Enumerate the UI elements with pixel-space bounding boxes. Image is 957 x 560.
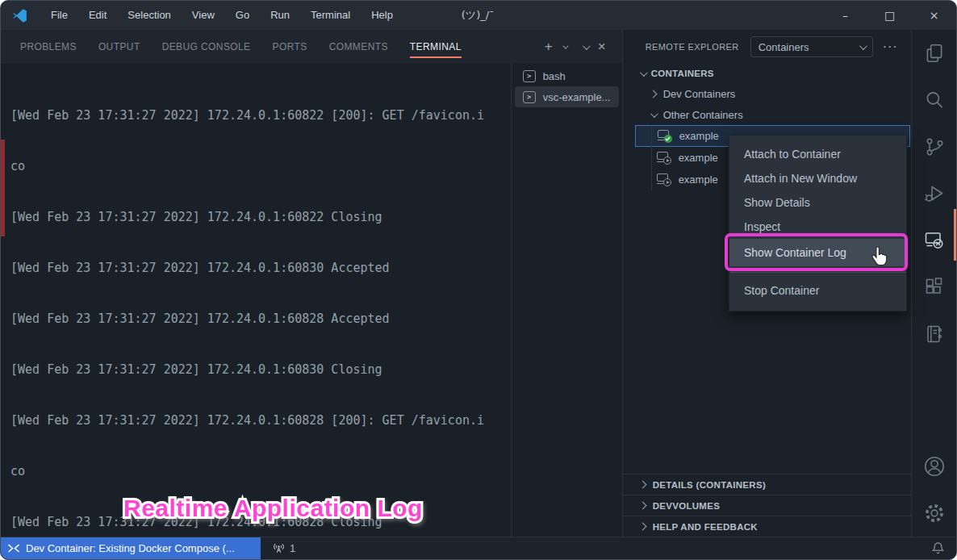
terminal-icon: >: [523, 70, 536, 82]
source-control-icon[interactable]: [912, 123, 957, 170]
menu-item-attach-in-new-window[interactable]: Attach in New Window: [729, 166, 906, 190]
menu-terminal[interactable]: Terminal: [300, 1, 361, 30]
remote-label: Dev Container: Existing Docker Compose (…: [26, 542, 235, 554]
chevron-right-icon: [649, 90, 657, 98]
menu-edit[interactable]: Edit: [78, 1, 117, 30]
terminal-line: [Wed Feb 23 17:31:27 2022] 172.24.0.1:60…: [10, 311, 511, 328]
vscode-logo-icon: [12, 8, 27, 23]
terminal-log: [Wed Feb 23 17:31:27 2022] 172.24.0.1:60…: [1, 64, 511, 537]
panel-collapse-chevron-icon[interactable]: [578, 44, 593, 50]
new-terminal-dropdown-chevron-icon[interactable]: [558, 45, 571, 49]
menu-help[interactable]: Help: [361, 1, 403, 30]
maximize-button[interactable]: □: [867, 1, 912, 30]
terminal-icon: >: [523, 91, 536, 103]
explorer-icon[interactable]: [912, 30, 957, 77]
tab-output[interactable]: OUTPUT: [98, 30, 140, 64]
panel-tab-bar: PROBLEMS OUTPUT DEBUG CONSOLE PORTS COMM…: [1, 30, 622, 64]
remote-explorer-icon[interactable]: [912, 217, 957, 264]
menu-run[interactable]: Run: [260, 1, 300, 30]
container-context-menu: Attach to Container Attach in New Window…: [729, 135, 907, 311]
terminal-line: [Wed Feb 23 17:31:27 2022] 172.24.0.1:60…: [10, 361, 511, 378]
sidebar-bottom-sections: DETAILS (CONTAINERS) DEVVOLUMES HELP AND…: [623, 474, 911, 537]
tab-debug-console[interactable]: DEBUG CONSOLE: [162, 30, 251, 64]
chevron-right-icon: [638, 502, 646, 510]
settings-gear-icon[interactable]: [912, 490, 957, 537]
terminal-line: [Wed Feb 23 17:31:27 2022] 172.24.0.1:60…: [10, 209, 511, 226]
more-actions-icon[interactable]: ···: [883, 43, 898, 51]
container-label: example: [679, 173, 718, 186]
chevron-down-icon: [640, 69, 648, 77]
minimize-button[interactable]: –: [823, 1, 867, 30]
panel-content: [Wed Feb 23 17:31:27 2022] 172.24.0.1:60…: [1, 64, 622, 537]
menu-selection[interactable]: Selection: [117, 1, 181, 30]
tree-indent-guide: [651, 126, 652, 190]
menu-item-attach-to-container[interactable]: Attach to Container: [729, 142, 906, 166]
tree-section-containers[interactable]: CONTAINERS: [623, 64, 911, 83]
bottom-panel: PROBLEMS OUTPUT DEBUG CONSOLE PORTS COMM…: [1, 30, 622, 537]
group-label: Dev Containers: [663, 88, 736, 100]
container-stopped-icon: [657, 173, 671, 186]
cursor-hand-icon: [871, 245, 889, 270]
window-controls: – □ ×: [823, 1, 956, 30]
terminal-tab-label: bash: [543, 70, 566, 82]
terminal-tab-bash[interactable]: > bash: [515, 65, 619, 86]
terminal-line: [Wed Feb 23 17:31:27 2022] 172.24.0.1:60…: [10, 107, 511, 124]
sidebar-header: REMOTE EXPLORER Containers ···: [623, 30, 911, 64]
terminal-line: co: [10, 463, 511, 480]
notifications-bell-icon[interactable]: [931, 537, 956, 559]
container-stopped-icon: [657, 152, 671, 165]
panel-actions: + ×: [540, 30, 622, 64]
remote-scope-dropdown[interactable]: Containers: [750, 36, 873, 57]
titlebar: File Edit Selection View Go Run Terminal…: [1, 1, 956, 30]
section-details-containers[interactable]: DETAILS (CONTAINERS): [623, 474, 911, 495]
panel-close-icon[interactable]: ×: [593, 39, 611, 55]
menu-item-inspect[interactable]: Inspect: [729, 215, 906, 239]
terminal-tab-vsc-example[interactable]: > vsc-example...: [515, 86, 619, 107]
menu-file[interactable]: File: [40, 1, 78, 30]
remote-indicator[interactable]: Dev Container: Existing Docker Compose (…: [1, 537, 261, 559]
section-help-and-feedback[interactable]: HELP AND FEEDBACK: [623, 516, 911, 537]
forwarded-ports-status[interactable]: 1: [264, 537, 303, 559]
annotation-text: Realtime Application Log: [123, 495, 423, 522]
menu-item-show-details[interactable]: Show Details: [729, 190, 906, 215]
section-label: DEVVOLUMES: [653, 501, 721, 511]
status-bar: Dev Container: Existing Docker Compose (…: [1, 537, 956, 559]
active-view-indicator: [954, 209, 956, 261]
run-debug-icon[interactable]: [912, 170, 957, 217]
tab-problems[interactable]: PROBLEMS: [20, 30, 77, 64]
menu-separator: [730, 272, 905, 273]
terminal-line: co: [10, 158, 511, 175]
section-label: DETAILS (CONTAINERS): [653, 480, 766, 490]
extensions-icon[interactable]: [912, 264, 957, 311]
container-label: example: [679, 130, 719, 142]
terminal-tabs-list: > bash > vsc-example...: [511, 64, 622, 537]
group-label: Other Containers: [663, 109, 743, 121]
container-running-icon: [658, 130, 672, 143]
ports-count: 1: [290, 542, 295, 554]
terminal-tab-label: vsc-example...: [543, 91, 611, 103]
tab-terminal[interactable]: TERMINAL: [410, 30, 462, 64]
tab-ports[interactable]: PORTS: [273, 30, 307, 64]
terminal-output: [Wed Feb 23 17:31:27 2022] 172.24.0.1:60…: [1, 64, 511, 537]
search-icon[interactable]: [912, 77, 957, 123]
new-terminal-button[interactable]: +: [540, 39, 558, 55]
close-button[interactable]: ×: [912, 1, 956, 30]
section-devvolumes[interactable]: DEVVOLUMES: [623, 495, 911, 516]
tree-group-dev-containers[interactable]: Dev Containers: [623, 83, 911, 104]
chevron-right-icon: [638, 481, 646, 489]
dropdown-value: Containers: [758, 41, 859, 53]
menu-go[interactable]: Go: [225, 1, 260, 30]
chevron-right-icon: [638, 523, 646, 531]
menu-view[interactable]: View: [182, 1, 225, 30]
activity-bar: [911, 30, 956, 537]
menu-item-stop-container[interactable]: Stop Container: [729, 278, 906, 303]
tab-comments[interactable]: COMMENTS: [329, 30, 388, 64]
account-icon[interactable]: [912, 443, 957, 490]
tree-group-other-containers[interactable]: Other Containers: [623, 104, 911, 125]
container-label: example: [679, 152, 718, 164]
vscode-window: File Edit Selection View Go Run Terminal…: [0, 0, 957, 560]
notebook-icon[interactable]: [912, 311, 957, 357]
section-label: CONTAINERS: [651, 69, 714, 78]
chevron-down-icon: [859, 42, 867, 50]
window-title: (ツ)_/¯: [462, 8, 495, 23]
